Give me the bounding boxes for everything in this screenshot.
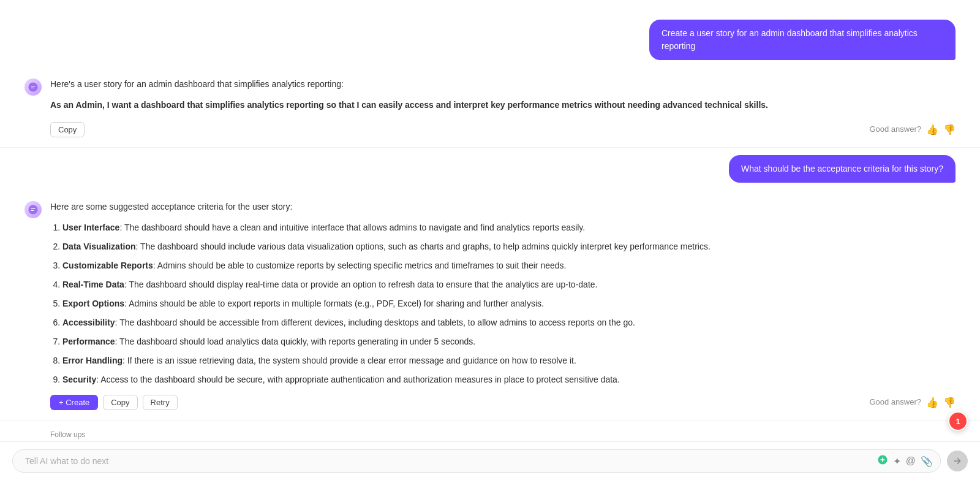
thumbdown-icon-2[interactable]: 👎 xyxy=(943,395,956,411)
ai-icon[interactable] xyxy=(877,454,888,468)
send-button[interactable] xyxy=(947,451,968,471)
criteria-item-3: Customizable Reports: Admins should be a… xyxy=(62,259,956,272)
ai-intro-1: Here's a user story for an admin dashboa… xyxy=(50,77,956,91)
retry-button[interactable]: Retry xyxy=(143,395,178,410)
criteria-item-8: Error Handling: If there is an issue ret… xyxy=(62,354,956,367)
criteria-item-6: Accessibility: The dashboard should be a… xyxy=(62,316,956,329)
ai-intro-2: Here are some suggested acceptance crite… xyxy=(50,200,956,213)
action-bar-2: + Create Copy Retry Good answer? 👍 👎 xyxy=(50,395,956,411)
criteria-list: User Interface: The dashboard should hav… xyxy=(62,221,956,386)
criteria-desc-6: : The dashboard should be accessible fro… xyxy=(115,318,635,327)
criteria-desc-5: : Admins should be able to export report… xyxy=(124,299,544,308)
input-bar: ✦ @ 📎 xyxy=(0,441,980,480)
followups-title: Follow ups xyxy=(50,430,956,439)
action-bar-1: Copy Good answer? 👍 👎 xyxy=(50,122,956,138)
criteria-desc-4: : The dashboard should display real-time… xyxy=(124,280,598,289)
action-right-1: Good answer? 👍 👎 xyxy=(869,122,956,138)
criteria-desc-9: : Access to the dashboard should be secu… xyxy=(96,375,620,384)
copy-button-2[interactable]: Copy xyxy=(103,395,137,410)
create-button[interactable]: + Create xyxy=(50,395,98,410)
user-story-text: As an Admin, I want a dashboard that sim… xyxy=(50,98,956,112)
criteria-desc-2: : The dashboard should include various d… xyxy=(136,242,710,251)
criteria-title-4: Real-Time Data xyxy=(62,280,124,289)
criteria-desc-8: : If there is an issue retrieving data, … xyxy=(123,356,576,365)
thumbup-icon-2[interactable]: 👍 xyxy=(926,395,938,411)
user-bubble-1: Create a user story for an admin dashboa… xyxy=(649,20,956,60)
user-message-text-1: Create a user story for an admin dashboa… xyxy=(662,28,918,51)
criteria-title-9: Security xyxy=(62,375,96,384)
chat-container: Create a user story for an admin dashboa… xyxy=(0,0,980,441)
thumbup-icon-1[interactable]: 👍 xyxy=(926,122,938,138)
criteria-item-4: Real-Time Data: The dashboard should dis… xyxy=(62,278,956,291)
ai-content-2: Here are some suggested acceptance crite… xyxy=(50,200,956,410)
user-message-text-2: What should be the acceptance criteria f… xyxy=(741,164,943,173)
criteria-item-5: Export Options: Admins should be able to… xyxy=(62,297,956,310)
action-left-2: + Create Copy Retry xyxy=(50,395,178,410)
criteria-item-9: Security: Access to the dashboard should… xyxy=(62,373,956,386)
copy-button-1[interactable]: Copy xyxy=(50,122,85,137)
user-message-row-2: What should be the acceptance criteria f… xyxy=(0,148,980,190)
criteria-desc-1: : The dashboard should have a clean and … xyxy=(119,223,585,232)
criteria-desc-7: : The dashboard should load analytics da… xyxy=(115,337,476,346)
ai-content-1: Here's a user story for an admin dashboa… xyxy=(50,77,956,137)
criteria-item-2: Data Visualization: The dashboard should… xyxy=(62,240,956,253)
chat-input[interactable] xyxy=(20,450,872,472)
followups-section: Follow ups → Can you suggest additional … xyxy=(0,421,980,441)
notification-count: 1 xyxy=(956,417,960,426)
user-bubble-2: What should be the acceptance criteria f… xyxy=(729,155,956,183)
criteria-title-8: Error Handling xyxy=(62,356,123,365)
ai-avatar-2 xyxy=(24,201,42,218)
criteria-title-2: Data Visualization xyxy=(62,242,136,251)
good-answer-label-1: Good answer? xyxy=(869,123,921,136)
criteria-item-7: Performance: The dashboard should load a… xyxy=(62,335,956,348)
criteria-title-1: User Interface xyxy=(62,223,119,232)
notification-badge[interactable]: 1 xyxy=(948,411,968,431)
ai-avatar-1 xyxy=(24,78,42,96)
attachment-icon[interactable]: 📎 xyxy=(921,455,933,467)
ai-message-row-2: Here are some suggested acceptance crite… xyxy=(0,190,980,421)
criteria-desc-3: : Admins should be able to customize rep… xyxy=(153,261,567,270)
criteria-title-3: Customizable Reports xyxy=(62,261,153,270)
thumbdown-icon-1[interactable]: 👎 xyxy=(943,122,956,138)
user-message-row-1: Create a user story for an admin dashboa… xyxy=(0,12,980,67)
good-answer-label-2: Good answer? xyxy=(869,396,921,409)
criteria-item-1: User Interface: The dashboard should hav… xyxy=(62,221,956,234)
criteria-title-5: Export Options xyxy=(62,299,124,308)
criteria-title-7: Performance xyxy=(62,337,115,346)
magic-icon[interactable]: ✦ xyxy=(893,455,901,467)
ai-message-row-1: Here's a user story for an admin dashboa… xyxy=(0,67,980,148)
action-right-2: Good answer? 👍 👎 xyxy=(869,395,956,411)
criteria-title-6: Accessibility xyxy=(62,318,115,327)
mention-icon[interactable]: @ xyxy=(906,455,916,467)
input-wrapper: ✦ @ 📎 xyxy=(12,449,941,473)
action-left-1: Copy xyxy=(50,122,85,137)
